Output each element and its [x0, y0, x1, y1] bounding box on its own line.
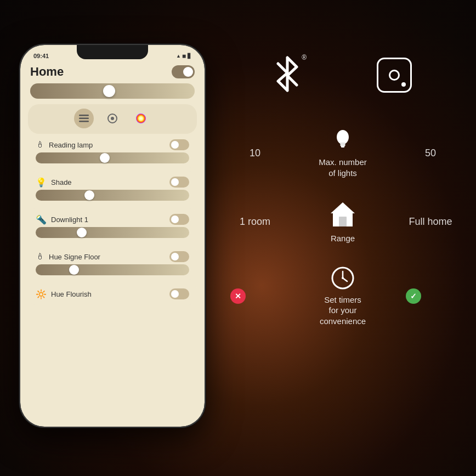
status-icons: ▲ ◼ ▊ [176, 53, 191, 59]
slider-thumb[interactable] [100, 153, 110, 163]
list-item: 🔦 Downlight 1 [28, 208, 197, 242]
timers-value-right: ✓ [406, 288, 455, 304]
app-header: Home [20, 61, 205, 83]
clock-feature-icon [331, 266, 355, 290]
light-name-flourish: Hue Flourish [51, 290, 92, 298]
list-item: 💡 Shade [28, 171, 197, 205]
svg-rect-9 [341, 146, 344, 148]
max-lights-center: Max. number of lights [280, 128, 406, 178]
ceiling-lamp-icon: 🔆 [36, 289, 47, 299]
phone-notch [77, 45, 148, 59]
light-slider-reading[interactable] [36, 152, 189, 163]
light-toggle-reading[interactable] [169, 139, 189, 150]
hub-feature [377, 58, 412, 93]
timers-center: Set timers for your convenience [280, 266, 406, 327]
tab-scenes[interactable] [103, 109, 122, 128]
bulb-icon: 💡 [36, 177, 47, 188]
x-mark-icon: ✕ [230, 288, 246, 304]
timers-row: ✕ Set timers for your convenience ✓ [225, 266, 461, 327]
brightness-track[interactable] [30, 83, 195, 99]
hub-icon [377, 58, 412, 93]
light-left: 💡 Shade [36, 177, 72, 188]
light-left: 🕯 Hue Signe Floor [36, 252, 100, 262]
light-left: 🔆 Hue Flourish [36, 289, 92, 299]
light-slider-downlight[interactable] [36, 227, 189, 238]
light-name-reading: Reading lamp [49, 141, 93, 149]
svg-rect-14 [339, 217, 347, 226]
light-slider-shade[interactable] [36, 190, 189, 201]
lights-list: 🕯 Reading lamp 💡 Shade [20, 134, 205, 308]
svg-rect-0 [79, 115, 89, 116]
slider-thumb[interactable] [69, 265, 79, 275]
list-item: 🔆 Hue Flourish [28, 283, 197, 305]
svg-rect-12 [340, 145, 345, 146]
range-row: 1 room Range Full home [225, 200, 461, 244]
range-label: Range [331, 233, 355, 244]
timers-value-left: ✕ [230, 288, 280, 304]
light-row-flourish: 🔆 Hue Flourish [36, 288, 189, 299]
light-name-signe: Hue Signe Floor [49, 253, 100, 261]
hub-circle [389, 70, 400, 81]
brightness-thumb[interactable] [103, 85, 115, 97]
bluetooth-icon [274, 55, 301, 93]
light-row-reading-lamp: 🕯 Reading lamp [36, 139, 189, 150]
bluetooth-icon-container: ® [274, 55, 301, 95]
light-left: 🕯 Reading lamp [36, 140, 93, 150]
svg-rect-11 [340, 144, 345, 145]
light-name-shade: Shade [51, 178, 72, 186]
bulb-icon: 🕯 [36, 140, 44, 150]
light-slider-signe[interactable] [36, 264, 189, 275]
bluetooth-feature: ® [274, 55, 301, 95]
list-item: 🕯 Reading lamp [28, 134, 197, 168]
max-lights-value-right: 50 [406, 148, 455, 159]
svg-point-4 [111, 117, 114, 120]
svg-line-18 [343, 278, 347, 281]
tab-color[interactable] [131, 109, 151, 128]
slider-thumb[interactable] [77, 228, 87, 237]
light-name-downlight: Downlight 1 [51, 216, 88, 224]
light-row-downlight: 🔦 Downlight 1 [36, 214, 189, 225]
light-toggle-signe[interactable] [169, 251, 189, 262]
light-toggle-flourish[interactable] [169, 288, 189, 299]
max-lights-value-left: 10 [230, 148, 280, 159]
svg-rect-1 [79, 118, 89, 120]
registered-mark: ® [302, 54, 307, 61]
phone-screen: 09:41 ▲ ◼ ▊ Home [20, 45, 205, 427]
svg-point-5 [136, 114, 146, 123]
max-lights-row: 10 Max. number of lights 50 [225, 128, 461, 178]
range-value-left: 1 room [230, 216, 280, 228]
light-toggle-shade[interactable] [169, 177, 189, 188]
range-value-right: Full home [406, 216, 455, 228]
phone-mockup: 09:41 ▲ ◼ ▊ Home [19, 44, 206, 428]
bulb-feature-icon [335, 128, 351, 152]
light-toggle-downlight[interactable] [169, 214, 189, 225]
app-home-title: Home [30, 65, 64, 79]
svg-rect-10 [340, 143, 345, 144]
max-lights-label: Max. number of lights [319, 157, 367, 178]
check-mark-icon: ✓ [406, 288, 421, 304]
light-row-shade: 💡 Shade [36, 177, 189, 188]
tab-list[interactable] [74, 109, 94, 128]
light-left: 🔦 Downlight 1 [36, 214, 88, 225]
status-time: 09:41 [33, 53, 49, 59]
right-panel: ® 10 Max. number [225, 55, 461, 348]
top-icons-row: ® [225, 55, 461, 95]
svg-rect-2 [79, 121, 89, 122]
phone-frame: 09:41 ▲ ◼ ▊ Home [19, 44, 206, 428]
svg-point-6 [337, 130, 349, 144]
light-row-signe: 🕯 Hue Signe Floor [36, 251, 189, 262]
tab-bar [28, 104, 197, 134]
floor-lamp-icon: 🕯 [36, 252, 44, 262]
hub-dot [401, 82, 406, 87]
brightness-row [20, 83, 205, 104]
downlight-icon: 🔦 [36, 214, 47, 225]
home-toggle[interactable] [172, 65, 195, 78]
timers-label: Set timers for your convenience [320, 294, 366, 327]
list-item: 🕯 Hue Signe Floor [28, 246, 197, 280]
house-feature-icon [328, 200, 357, 229]
slider-thumb[interactable] [84, 190, 94, 200]
range-center: Range [280, 200, 406, 244]
